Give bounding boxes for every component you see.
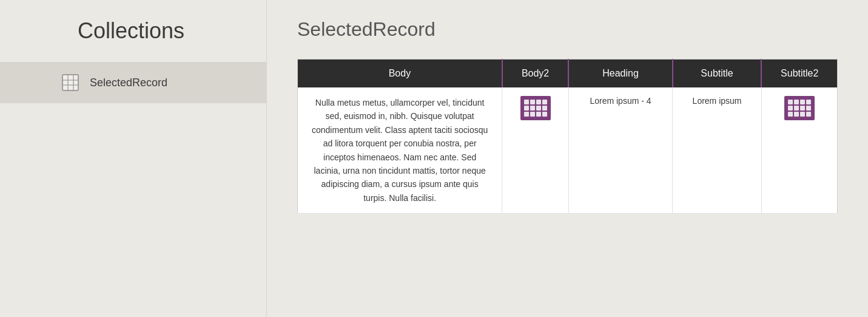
grid-cell	[794, 100, 799, 104]
grid-cell	[530, 106, 535, 111]
col-header-body: Body	[298, 60, 502, 88]
cell-subtitle2[interactable]	[761, 87, 837, 214]
grid-cell	[530, 100, 535, 104]
grid-cell	[788, 112, 793, 117]
grid-cell	[524, 100, 529, 104]
grid-cell	[536, 106, 541, 111]
sidebar-title: Collections	[0, 18, 266, 62]
grid-cell	[794, 106, 799, 111]
grid-cell	[542, 106, 547, 111]
svg-rect-0	[62, 75, 78, 90]
cell-body: Nulla metus metus, ullamcorper vel, tinc…	[298, 87, 502, 214]
col-header-heading: Heading	[568, 60, 672, 88]
grid-cell	[530, 112, 535, 117]
data-table: Body Body2 Heading Subtitle Subtitle2 Nu…	[297, 59, 838, 214]
cell-heading: Lorem ipsum - 4	[568, 87, 672, 214]
main-content: SelectedRecord Body Body2 Heading Subtit…	[267, 0, 868, 317]
grid-icon-body2[interactable]	[520, 96, 551, 120]
grid-cell	[794, 112, 799, 117]
grid-cell	[806, 106, 811, 111]
cell-body2[interactable]	[502, 87, 569, 214]
page-title: SelectedRecord	[297, 18, 838, 41]
grid-cell	[542, 100, 547, 104]
grid-cell	[806, 112, 811, 117]
grid-cell	[542, 112, 547, 117]
col-header-subtitle: Subtitle	[673, 60, 762, 88]
col-header-body2: Body2	[502, 60, 569, 88]
col-header-subtitle2: Subtitle2	[761, 60, 837, 88]
grid-cell	[536, 112, 541, 117]
grid-cell	[800, 106, 805, 111]
grid-icon-subtitle2[interactable]	[784, 96, 815, 120]
grid-cell	[800, 100, 805, 104]
grid-cell	[536, 100, 541, 104]
grid-cell	[524, 112, 529, 117]
table-icon	[61, 73, 80, 92]
grid-cell	[524, 106, 529, 111]
table-header-row: Body Body2 Heading Subtitle Subtitle2	[298, 60, 838, 88]
sidebar-item-selected-record[interactable]: SelectedRecord	[0, 62, 266, 103]
grid-cell	[806, 100, 811, 104]
grid-cell	[800, 112, 805, 117]
grid-cell	[788, 106, 793, 111]
sidebar-item-label: SelectedRecord	[90, 77, 167, 89]
grid-cell	[788, 100, 793, 104]
cell-subtitle: Lorem ipsum	[673, 87, 762, 214]
table-row: Nulla metus metus, ullamcorper vel, tinc…	[298, 87, 838, 214]
sidebar: Collections SelectedRecord	[0, 0, 267, 317]
